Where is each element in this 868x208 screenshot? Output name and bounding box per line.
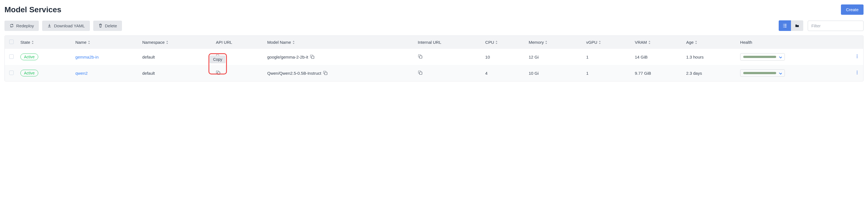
copy-internal-url-icon[interactable] — [418, 70, 423, 75]
status-badge: Active — [20, 54, 38, 60]
sort-icon — [88, 40, 90, 44]
col-state[interactable]: State — [17, 36, 72, 49]
col-api-url: API URL — [212, 36, 264, 49]
copy-model-name-icon[interactable] — [323, 71, 328, 76]
toolbar-left: Redeploy Download YAML Delete — [4, 21, 122, 31]
delete-label: Delete — [105, 24, 117, 28]
download-icon — [47, 24, 52, 28]
redeploy-label: Redeploy — [16, 24, 34, 28]
age-cell: 2.3 days — [683, 65, 737, 81]
sort-icon — [495, 40, 498, 44]
row-checkbox[interactable] — [9, 71, 14, 75]
status-badge: Active — [20, 70, 38, 76]
col-model-name[interactable]: Model Name — [264, 36, 414, 49]
row-checkbox[interactable] — [9, 55, 14, 59]
refresh-icon — [9, 24, 14, 28]
service-name-link[interactable]: qwen2 — [75, 71, 88, 76]
col-internal-url: Internal URL — [414, 36, 482, 49]
toolbar-right — [779, 20, 864, 31]
table: State Name Namespace API URL Model Name … — [4, 35, 864, 81]
health-bar — [743, 72, 776, 74]
memory-cell: 10 Gi — [525, 65, 583, 81]
table-row: Active gemma2b-in default google/gemma-2… — [5, 49, 863, 65]
col-vgpu[interactable]: vGPU — [583, 36, 631, 49]
model-name-cell: google/gemma-2-2b-it — [267, 55, 308, 59]
download-yaml-label: Download YAML — [54, 24, 85, 28]
col-cpu[interactable]: CPU — [482, 36, 526, 49]
download-yaml-button[interactable]: Download YAML — [42, 21, 90, 31]
view-list-button[interactable] — [779, 20, 791, 31]
col-namespace[interactable]: Namespace — [139, 36, 213, 49]
filter-input[interactable] — [808, 21, 864, 31]
sort-icon — [545, 40, 548, 44]
table-header-row: State Name Namespace API URL Model Name … — [5, 36, 863, 49]
sort-icon — [598, 40, 601, 44]
page-title: Model Services — [4, 5, 61, 14]
cpu-cell: 10 — [482, 49, 526, 65]
sort-icon — [31, 40, 34, 44]
col-health: Health — [737, 36, 851, 49]
select-all-checkbox[interactable] — [9, 40, 14, 44]
health-dropdown[interactable] — [740, 69, 785, 77]
age-cell: 1.3 hours — [683, 49, 737, 65]
vgpu-cell: 1 — [583, 49, 631, 65]
copy-tooltip: Copy — [210, 56, 225, 63]
col-vram[interactable]: VRAM — [631, 36, 683, 49]
col-age[interactable]: Age — [683, 36, 737, 49]
namespace-cell: default — [139, 49, 213, 65]
vram-cell: 14 GiB — [631, 49, 683, 65]
service-name-link[interactable]: gemma2b-in — [75, 55, 98, 59]
folder-icon — [795, 24, 799, 28]
chevron-down-icon — [778, 71, 782, 75]
namespace-cell: default — [139, 65, 213, 81]
view-toggle — [779, 20, 803, 31]
row-actions-icon[interactable] — [855, 54, 860, 59]
trash-icon — [98, 24, 103, 28]
sort-icon — [648, 40, 651, 44]
delete-button[interactable]: Delete — [93, 21, 122, 31]
memory-cell: 12 Gi — [525, 49, 583, 65]
vram-cell: 9.77 GiB — [631, 65, 683, 81]
health-bar — [743, 56, 776, 58]
health-dropdown[interactable] — [740, 53, 785, 61]
chevron-down-icon — [778, 55, 782, 59]
sort-icon — [292, 40, 295, 44]
vgpu-cell: 1 — [583, 65, 631, 81]
sort-icon — [166, 40, 168, 44]
model-name-cell: Qwen/Qwen2.5-0.5B-Instruct — [267, 71, 321, 76]
copy-model-name-icon[interactable] — [310, 55, 315, 59]
copy-internal-url-icon[interactable] — [418, 54, 423, 59]
cpu-cell: 4 — [482, 65, 526, 81]
row-actions-icon[interactable] — [855, 70, 860, 75]
create-button[interactable]: Create — [841, 4, 864, 15]
redeploy-button[interactable]: Redeploy — [4, 21, 39, 31]
list-icon — [783, 24, 787, 28]
col-memory[interactable]: Memory — [525, 36, 583, 49]
view-group-button[interactable] — [791, 20, 803, 31]
table-row: Active qwen2 default Copy Qwen/Qwen2.5-0… — [5, 65, 863, 81]
copy-api-url-icon[interactable] — [216, 70, 221, 75]
col-name[interactable]: Name — [72, 36, 139, 49]
sort-icon — [695, 40, 698, 44]
